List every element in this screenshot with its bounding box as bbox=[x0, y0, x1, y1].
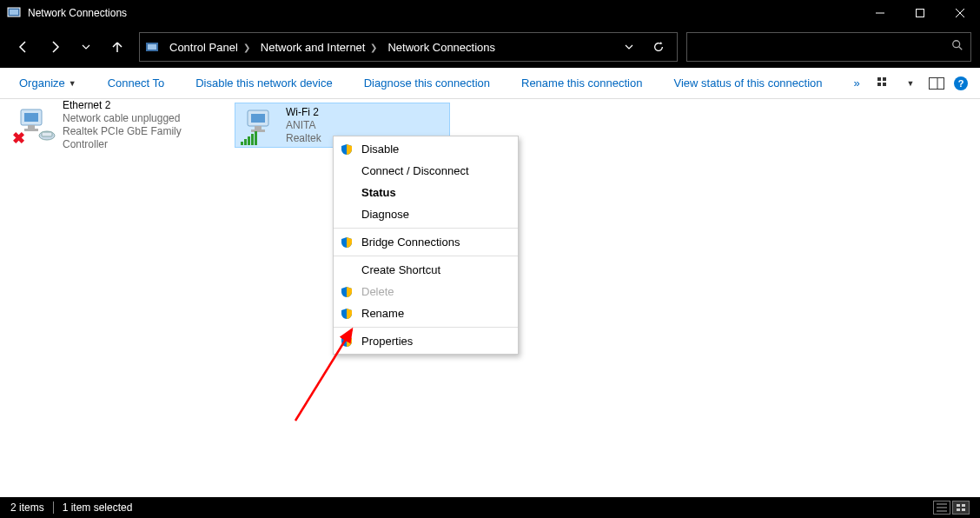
view-options-button[interactable] bbox=[876, 75, 893, 92]
wifi-icon bbox=[239, 105, 281, 147]
separator bbox=[334, 327, 518, 328]
svg-rect-19 bbox=[24, 129, 38, 131]
connection-name: Ethernet 2 bbox=[63, 99, 224, 112]
ctx-rename[interactable]: Rename bbox=[334, 302, 518, 324]
svg-rect-21 bbox=[42, 132, 52, 136]
connection-adapter: Realtek PCIe GbE Family Controller bbox=[63, 125, 224, 151]
svg-rect-12 bbox=[877, 83, 881, 86]
svg-rect-23 bbox=[251, 114, 265, 123]
command-bar: Organize▼ Connect To Disable this networ… bbox=[0, 68, 980, 99]
shield-icon bbox=[341, 143, 353, 156]
chevron-down-icon: ▼ bbox=[69, 79, 76, 88]
view-status-button[interactable]: View status of this connection bbox=[666, 73, 829, 93]
address-dropdown-button[interactable] bbox=[616, 34, 642, 60]
svg-rect-10 bbox=[877, 77, 881, 81]
ctx-connect-disconnect[interactable]: Connect / Disconnect bbox=[334, 160, 518, 182]
chevron-right-icon: ❯ bbox=[243, 43, 250, 52]
help-button[interactable]: ? bbox=[954, 76, 968, 90]
signal-strength-icon bbox=[241, 131, 257, 145]
recent-locations-button[interactable] bbox=[71, 32, 101, 62]
ethernet-icon: ✖ bbox=[16, 104, 57, 146]
rename-connection-button[interactable]: Rename this connection bbox=[514, 73, 649, 93]
ctx-diagnose[interactable]: Diagnose bbox=[334, 203, 518, 225]
title-bar: Network Connections bbox=[0, 0, 980, 26]
svg-rect-1 bbox=[10, 10, 18, 15]
shield-icon bbox=[341, 236, 353, 249]
ctx-status[interactable]: Status bbox=[334, 182, 518, 203]
connections-list: ✖ Ethernet 2 Network cable unplugged Rea… bbox=[0, 99, 980, 497]
preview-pane-button[interactable] bbox=[928, 75, 945, 92]
shield-icon bbox=[341, 286, 353, 298]
details-view-button[interactable] bbox=[933, 501, 950, 515]
connection-item-ethernet[interactable]: ✖ Ethernet 2 Network cable unplugged Rea… bbox=[12, 103, 228, 148]
connection-adapter: Realtek bbox=[286, 132, 321, 145]
chevron-right-icon: ❯ bbox=[370, 43, 377, 52]
svg-point-8 bbox=[953, 41, 960, 48]
svg-rect-17 bbox=[24, 113, 38, 122]
connect-to-button[interactable]: Connect To bbox=[101, 73, 172, 93]
svg-rect-13 bbox=[883, 83, 886, 86]
shield-icon bbox=[341, 308, 353, 320]
up-button[interactable] bbox=[103, 32, 132, 62]
breadcrumbs: Control Panel❯ Network and Internet❯ Net… bbox=[164, 33, 611, 61]
ctx-properties[interactable]: Properties bbox=[334, 330, 518, 352]
svg-rect-14 bbox=[930, 77, 944, 89]
ctx-bridge-connections[interactable]: Bridge Connections bbox=[334, 231, 518, 253]
close-button[interactable] bbox=[940, 0, 980, 26]
selected-count: 1 item selected bbox=[63, 501, 133, 514]
breadcrumb-network-internet[interactable]: Network and Internet❯ bbox=[255, 33, 383, 61]
back-button[interactable] bbox=[9, 32, 38, 62]
nav-bar: Control Panel❯ Network and Internet❯ Net… bbox=[0, 26, 980, 68]
window-title: Network Connections bbox=[28, 7, 860, 19]
divider bbox=[53, 501, 54, 514]
svg-rect-32 bbox=[957, 508, 960, 511]
diagnose-connection-button[interactable]: Diagnose this connection bbox=[357, 73, 497, 93]
overflow-button[interactable]: » bbox=[847, 73, 867, 93]
forward-button[interactable] bbox=[40, 32, 70, 62]
search-input[interactable] bbox=[686, 32, 971, 62]
refresh-button[interactable] bbox=[646, 34, 672, 60]
svg-rect-3 bbox=[917, 10, 924, 17]
separator bbox=[334, 256, 518, 256]
svg-rect-18 bbox=[28, 125, 35, 129]
svg-rect-31 bbox=[962, 504, 965, 507]
organize-button[interactable]: Organize▼ bbox=[12, 73, 83, 93]
separator bbox=[334, 228, 518, 229]
breadcrumb-network-connections[interactable]: Network Connections bbox=[382, 33, 500, 61]
connection-name: Wi-Fi 2 bbox=[286, 106, 321, 119]
maximize-button[interactable] bbox=[900, 0, 940, 26]
ctx-create-shortcut[interactable]: Create Shortcut bbox=[334, 259, 518, 281]
search-icon bbox=[951, 39, 963, 55]
svg-rect-11 bbox=[883, 77, 886, 81]
address-bar[interactable]: Control Panel❯ Network and Internet❯ Net… bbox=[139, 32, 678, 62]
svg-rect-7 bbox=[148, 44, 156, 50]
connection-status: Network cable unplugged bbox=[63, 112, 224, 125]
view-dropdown-button[interactable]: ▼ bbox=[902, 75, 919, 92]
disable-device-button[interactable]: Disable this network device bbox=[189, 73, 340, 93]
svg-rect-33 bbox=[962, 508, 965, 511]
error-x-icon: ✖ bbox=[12, 129, 25, 148]
item-count: 2 items bbox=[10, 501, 44, 514]
svg-line-9 bbox=[959, 47, 963, 50]
shield-icon bbox=[341, 335, 353, 348]
breadcrumb-control-panel[interactable]: Control Panel❯ bbox=[164, 33, 255, 61]
location-icon bbox=[140, 40, 164, 54]
svg-rect-24 bbox=[255, 126, 262, 130]
minimize-button[interactable] bbox=[860, 0, 900, 26]
app-icon bbox=[7, 6, 21, 20]
ctx-delete: Delete bbox=[334, 281, 518, 302]
ctx-disable[interactable]: Disable bbox=[334, 138, 518, 160]
status-bar: 2 items 1 item selected bbox=[0, 497, 980, 518]
context-menu: Disable Connect / Disconnect Status Diag… bbox=[333, 136, 519, 355]
svg-rect-30 bbox=[957, 504, 960, 507]
connection-status: ANITA bbox=[286, 119, 321, 132]
large-icons-view-button[interactable] bbox=[952, 501, 970, 515]
